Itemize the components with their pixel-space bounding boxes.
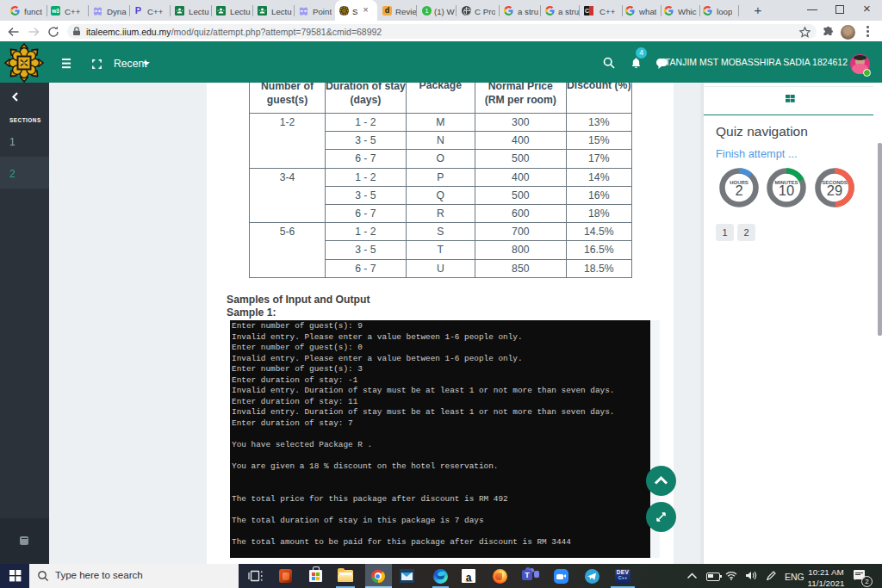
svg-text:10: 10: [778, 183, 793, 198]
svg-text:2: 2: [735, 183, 742, 198]
svg-text:29: 29: [827, 183, 842, 198]
